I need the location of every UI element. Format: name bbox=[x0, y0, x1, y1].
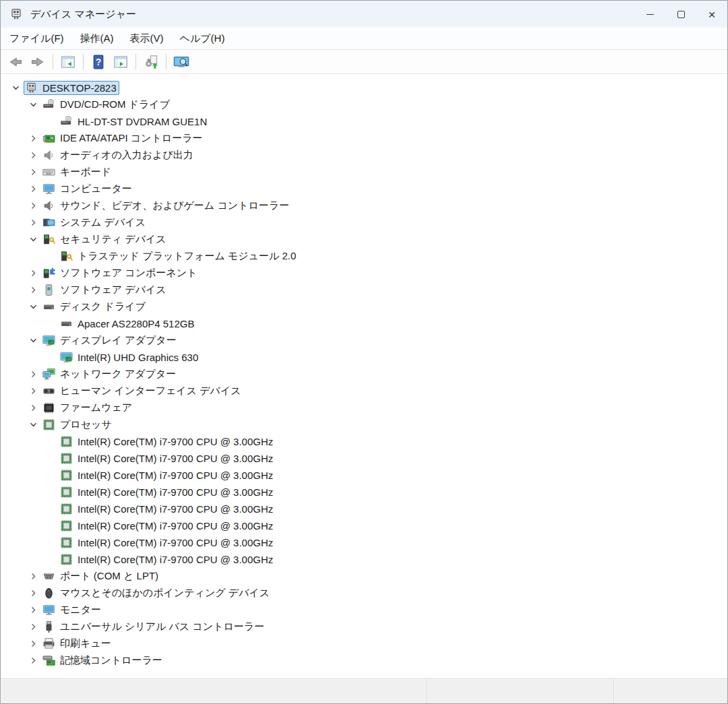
chevron-right-icon[interactable] bbox=[25, 572, 41, 581]
chevron-down-icon[interactable] bbox=[25, 336, 41, 345]
scan-hardware-changes-button[interactable] bbox=[142, 53, 160, 71]
tree-item-label: コンピューター bbox=[59, 183, 132, 195]
mouse-icon bbox=[42, 587, 55, 600]
tree-item[interactable]: コンピューター bbox=[1, 181, 727, 197]
properties-icon bbox=[113, 55, 128, 69]
chevron-down-icon[interactable] bbox=[25, 420, 41, 429]
chevron-down-icon[interactable] bbox=[25, 302, 41, 311]
chevron-right-icon[interactable] bbox=[25, 404, 41, 412]
tree-item[interactable]: ネットワーク アダプター bbox=[1, 366, 727, 383]
tree-item[interactable]: ポート (COM と LPT) bbox=[1, 568, 727, 585]
maximize-button[interactable] bbox=[665, 1, 696, 28]
tree-item[interactable]: Intel(R) UHD Graphics 630 bbox=[1, 349, 727, 366]
minimize-button[interactable] bbox=[634, 1, 665, 28]
chevron-right-icon[interactable] bbox=[25, 134, 41, 143]
chevron-right-icon[interactable] bbox=[25, 201, 41, 210]
tree-item[interactable]: 記憶域コントローラー bbox=[1, 652, 727, 669]
tree-item[interactable]: Apacer AS2280P4 512GB bbox=[1, 315, 727, 332]
chevron-right-icon[interactable] bbox=[25, 286, 41, 294]
menu-view[interactable]: 表示(V) bbox=[122, 29, 172, 49]
chevron-right-icon[interactable] bbox=[25, 622, 41, 631]
tree-item[interactable]: セキュリティ デバイス bbox=[1, 231, 727, 248]
tree-item[interactable]: HL-DT-ST DVDRAM GUE1N bbox=[1, 113, 727, 130]
tree-item[interactable]: ヒューマン インターフェイス デバイス bbox=[1, 383, 727, 399]
properties-button[interactable] bbox=[112, 53, 129, 71]
tree-item[interactable]: ソフトウェア コンポーネント bbox=[1, 265, 727, 282]
tree-item[interactable]: モニター bbox=[1, 602, 727, 618]
cpu-icon bbox=[60, 536, 73, 549]
tree-item[interactable]: IDE ATA/ATAPI コントローラー bbox=[1, 130, 727, 147]
dvd-icon bbox=[42, 98, 55, 111]
show-console-tree-icon bbox=[61, 55, 75, 69]
tree-item[interactable]: Intel(R) Core(TM) i7-9700 CPU @ 3.00GHz bbox=[1, 450, 727, 467]
tree-item[interactable]: キーボード bbox=[1, 164, 727, 181]
menu-help[interactable]: ヘルプ(H) bbox=[172, 29, 233, 49]
tree-item-label: マウスとそのほかのポインティング デバイス bbox=[59, 587, 270, 600]
tree-item-label: プロセッサ bbox=[59, 418, 112, 431]
chevron-right-icon[interactable] bbox=[25, 168, 41, 177]
cpu-icon bbox=[60, 452, 73, 465]
chevron-right-icon[interactable] bbox=[25, 269, 41, 278]
port-icon bbox=[42, 570, 55, 583]
tree-item[interactable]: Intel(R) Core(TM) i7-9700 CPU @ 3.00GHz bbox=[1, 467, 727, 484]
tree-item[interactable]: システム デバイス bbox=[1, 214, 727, 231]
usb-icon bbox=[42, 620, 55, 633]
chevron-right-icon[interactable] bbox=[25, 639, 41, 648]
chevron-down-icon[interactable] bbox=[25, 100, 41, 109]
system-icon bbox=[42, 216, 55, 229]
close-button[interactable]: × bbox=[696, 1, 727, 28]
tree-item-label: Intel(R) Core(TM) i7-9700 CPU @ 3.00GHz bbox=[76, 436, 273, 447]
tree-item[interactable]: プロセッサ bbox=[1, 416, 727, 433]
tree-item-label: ユニバーサル シリアル バス コントローラー bbox=[59, 620, 264, 633]
tree-item-label: DVD/CD-ROM ドライブ bbox=[59, 98, 170, 111]
chevron-right-icon[interactable] bbox=[25, 589, 41, 598]
chevron-right-icon[interactable] bbox=[25, 151, 41, 160]
tree-item[interactable]: ユニバーサル シリアル バス コントローラー bbox=[1, 618, 727, 635]
network-icon bbox=[42, 368, 55, 381]
show-console-tree-button[interactable] bbox=[59, 53, 77, 71]
remote-computer-search-button[interactable] bbox=[173, 53, 190, 71]
chevron-down-icon[interactable] bbox=[25, 235, 41, 244]
device-manager-window: デバイス マネージャー × ファイル(F) 操作(A) 表示(V) ヘルプ(H)… bbox=[0, 0, 728, 704]
tree-item[interactable]: DVD/CD-ROM ドライブ bbox=[1, 96, 727, 113]
monitor-icon bbox=[42, 183, 55, 195]
tree-item-label: ネットワーク アダプター bbox=[59, 368, 176, 381]
tree-item[interactable]: Intel(R) Core(TM) i7-9700 CPU @ 3.00GHz bbox=[1, 551, 727, 568]
chevron-right-icon[interactable] bbox=[25, 656, 41, 665]
tree-item-label: トラステッド プラットフォーム モジュール 2.0 bbox=[76, 250, 296, 263]
tree-item[interactable]: サウンド、ビデオ、およびゲーム コントローラー bbox=[1, 197, 727, 214]
tree-item[interactable]: ファームウェア bbox=[1, 399, 727, 416]
back-button[interactable] bbox=[7, 53, 24, 71]
tree-item[interactable]: ディスプレイ アダプター bbox=[1, 332, 727, 349]
tree-item[interactable]: 印刷キュー bbox=[1, 635, 727, 652]
status-segment bbox=[427, 679, 614, 703]
chevron-right-icon[interactable] bbox=[25, 185, 41, 193]
sound-icon bbox=[42, 199, 55, 212]
help-button[interactable]: ? bbox=[90, 53, 107, 71]
chevron-right-icon[interactable] bbox=[25, 370, 41, 379]
tree-item[interactable]: オーディオの入力および出力 bbox=[1, 147, 727, 164]
back-icon bbox=[8, 55, 23, 69]
tree-item[interactable]: マウスとそのほかのポインティング デバイス bbox=[1, 585, 727, 602]
computer-icon bbox=[25, 82, 38, 94]
tree-item-label: サウンド、ビデオ、およびゲーム コントローラー bbox=[59, 199, 289, 212]
scan-hardware-changes-icon bbox=[144, 55, 158, 69]
tree-item[interactable]: トラステッド プラットフォーム モジュール 2.0 bbox=[1, 248, 727, 265]
tree-item[interactable]: Intel(R) Core(TM) i7-9700 CPU @ 3.00GHz bbox=[1, 517, 727, 534]
chevron-right-icon[interactable] bbox=[25, 218, 41, 227]
chevron-right-icon[interactable] bbox=[25, 606, 41, 614]
tree-item[interactable]: Intel(R) Core(TM) i7-9700 CPU @ 3.00GHz bbox=[1, 433, 727, 450]
forward-button[interactable] bbox=[29, 53, 47, 71]
menu-action[interactable]: 操作(A) bbox=[72, 29, 122, 49]
tree-item-label: モニター bbox=[59, 604, 101, 616]
tree-item[interactable]: DESKTOP-2823 bbox=[1, 79, 727, 96]
chevron-right-icon[interactable] bbox=[25, 387, 41, 395]
tree-item[interactable]: ディスク ドライブ bbox=[1, 298, 727, 315]
tree-item[interactable]: Intel(R) Core(TM) i7-9700 CPU @ 3.00GHz bbox=[1, 534, 727, 551]
tree-item[interactable]: Intel(R) Core(TM) i7-9700 CPU @ 3.00GHz bbox=[1, 501, 727, 517]
chevron-down-icon[interactable] bbox=[7, 84, 24, 92]
dvd-icon bbox=[60, 115, 73, 128]
tree-item[interactable]: Intel(R) Core(TM) i7-9700 CPU @ 3.00GHz bbox=[1, 484, 727, 501]
tree-item[interactable]: ソフトウェア デバイス bbox=[1, 282, 727, 298]
menu-file[interactable]: ファイル(F) bbox=[1, 29, 72, 49]
